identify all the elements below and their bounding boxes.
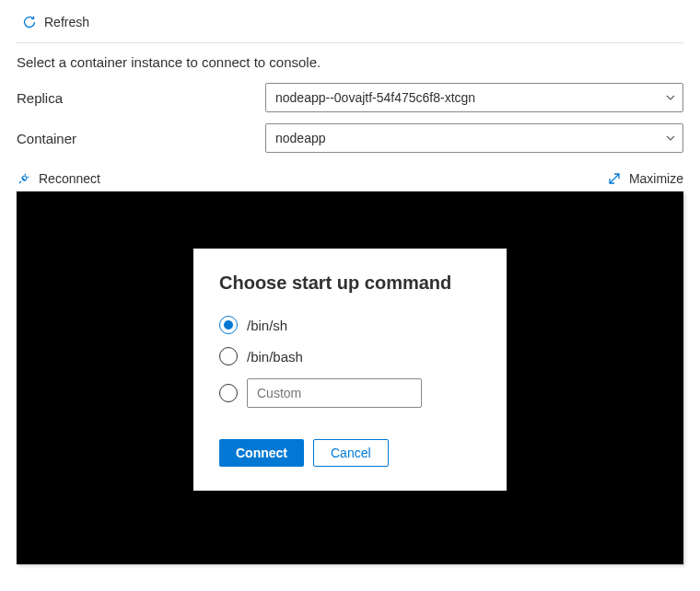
container-select[interactable]: nodeapp: [265, 123, 683, 153]
maximize-icon: [607, 171, 622, 186]
top-command-bar: Refresh: [17, 7, 683, 43]
terminal-toolbar: Reconnect Maximize: [17, 171, 683, 186]
cancel-button[interactable]: Cancel: [313, 439, 389, 467]
radio-sh[interactable]: [219, 316, 238, 334]
radio-custom[interactable]: [219, 384, 238, 402]
custom-command-input[interactable]: [247, 378, 422, 408]
plug-icon: [17, 171, 31, 186]
dialog-actions: Connect Cancel: [219, 439, 481, 467]
svg-rect-0: [21, 175, 28, 181]
radio-row-sh: /bin/sh: [219, 316, 481, 334]
maximize-label: Maximize: [629, 171, 683, 186]
replica-label: Replica: [17, 90, 265, 106]
radio-dot-icon: [224, 320, 233, 330]
radio-sh-label: /bin/sh: [247, 318, 287, 333]
replica-row: Replica nodeapp--0ovajtf-54f475c6f8-xtcg…: [17, 83, 683, 112]
terminal-area: Reconnect Maximize Choose start up comma…: [17, 171, 683, 564]
reconnect-button[interactable]: Reconnect: [17, 171, 100, 186]
radio-bash-label: /bin/bash: [247, 349, 303, 365]
instruction-text: Select a container instance to connect t…: [17, 54, 683, 70]
replica-select[interactable]: nodeapp--0ovajtf-54f475c6f8-xtcgn: [265, 83, 683, 112]
container-label: Container: [17, 131, 265, 146]
startup-command-dialog: Choose start up command /bin/sh /bin/bas…: [193, 249, 507, 491]
refresh-icon: [22, 15, 37, 29]
connect-button[interactable]: Connect: [219, 439, 304, 467]
console-page: Refresh Select a container instance to c…: [0, 0, 700, 581]
radio-row-bash: /bin/bash: [219, 347, 481, 365]
refresh-button[interactable]: Refresh: [17, 11, 95, 33]
radio-bash[interactable]: [219, 347, 238, 365]
maximize-button[interactable]: Maximize: [607, 171, 683, 186]
container-row: Container nodeapp: [17, 123, 683, 153]
radio-row-custom: [219, 378, 481, 408]
refresh-label: Refresh: [44, 15, 89, 29]
reconnect-label: Reconnect: [39, 171, 100, 186]
dialog-title: Choose start up command: [219, 272, 481, 294]
replica-select-wrap: nodeapp--0ovajtf-54f475c6f8-xtcgn: [265, 83, 683, 112]
terminal-viewport: Choose start up command /bin/sh /bin/bas…: [17, 191, 683, 564]
container-select-wrap: nodeapp: [265, 123, 683, 153]
